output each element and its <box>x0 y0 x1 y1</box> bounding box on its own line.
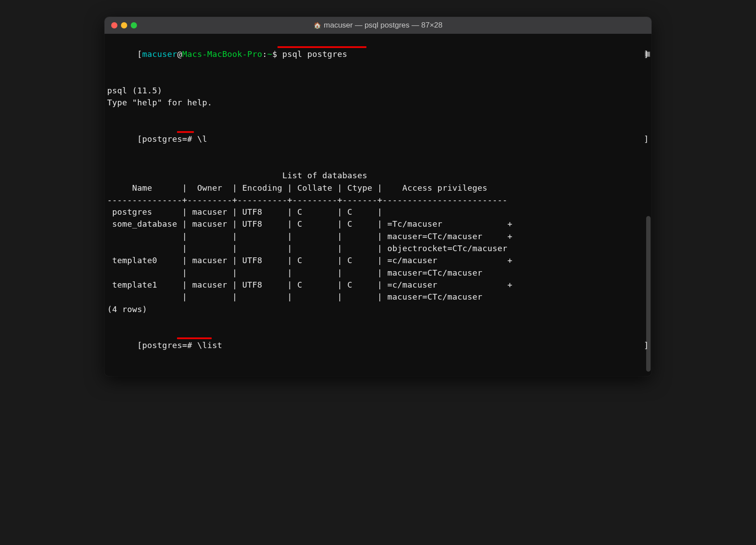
table-divider: ---------------+---------+----------+---… <box>105 194 651 206</box>
psql-command-list: \list <box>197 341 222 350</box>
psql-version-line: psql (11.5) <box>105 84 651 96</box>
blank-line <box>105 315 651 327</box>
shell-prompt-line: [macuser@Macs-MacBook-Pro:~$ psql postgr… <box>105 36 651 84</box>
home-icon: 🏠 <box>314 22 321 29</box>
shell-command: psql postgres <box>282 49 347 59</box>
terminal-body[interactable]: [macuser@Macs-MacBook-Pro:~$ psql postgr… <box>105 34 651 376</box>
table-title: List of databases <box>105 376 651 376</box>
red-underline-annotation <box>177 337 212 339</box>
close-icon[interactable] <box>111 22 117 28</box>
red-underline-annotation <box>277 46 366 48</box>
table-row: | | | | | objectrocket=CTc/macuser <box>105 242 651 254</box>
table-header: Name | Owner | Encoding | Collate | Ctyp… <box>105 182 651 194</box>
blank-line <box>105 109 651 121</box>
table-row: | | | | | macuser=CTc/macuser <box>105 291 651 303</box>
window-title: 🏠 macuser — psql postgres — 87×28 <box>314 21 442 30</box>
psql-help-line: Type "help" for help. <box>105 96 651 108</box>
traffic-lights <box>111 22 137 28</box>
psql-prompt-line: [postgres=# \list] <box>105 327 651 376</box>
titlebar[interactable]: 🏠 macuser — psql postgres — 87×28 <box>105 17 651 34</box>
table-row: | | | | | macuser=CTc/macuser + <box>105 230 651 242</box>
terminal-window: 🏠 macuser — psql postgres — 87×28 [macus… <box>105 17 651 376</box>
prompt-user: macuser <box>142 49 177 59</box>
table-row: template1 | macuser | UTF8 | C | C | =c/… <box>105 279 651 291</box>
table-row: template0 | macuser | UTF8 | C | C | =c/… <box>105 254 651 266</box>
psql-prompt-line: [postgres=# \l] <box>105 121 651 169</box>
table-row: | | | | | macuser=CTc/macuser <box>105 267 651 279</box>
table-title: List of databases <box>105 169 651 181</box>
minimize-icon[interactable] <box>121 22 127 28</box>
row-count: (4 rows) <box>105 303 651 315</box>
psql-prompt: postgres=# <box>142 341 197 350</box>
red-underline-annotation <box>177 131 194 133</box>
maximize-icon[interactable] <box>131 22 137 28</box>
table-row: some_database | macuser | UTF8 | C | C |… <box>105 218 651 230</box>
table-row: postgres | macuser | UTF8 | C | C | <box>105 206 651 218</box>
title-text: macuser — psql postgres — 87×28 <box>324 21 442 30</box>
prompt-host: Macs-MacBook-Pro <box>182 49 262 59</box>
psql-command-l: \l <box>197 134 208 144</box>
psql-prompt: postgres=# <box>142 134 197 144</box>
